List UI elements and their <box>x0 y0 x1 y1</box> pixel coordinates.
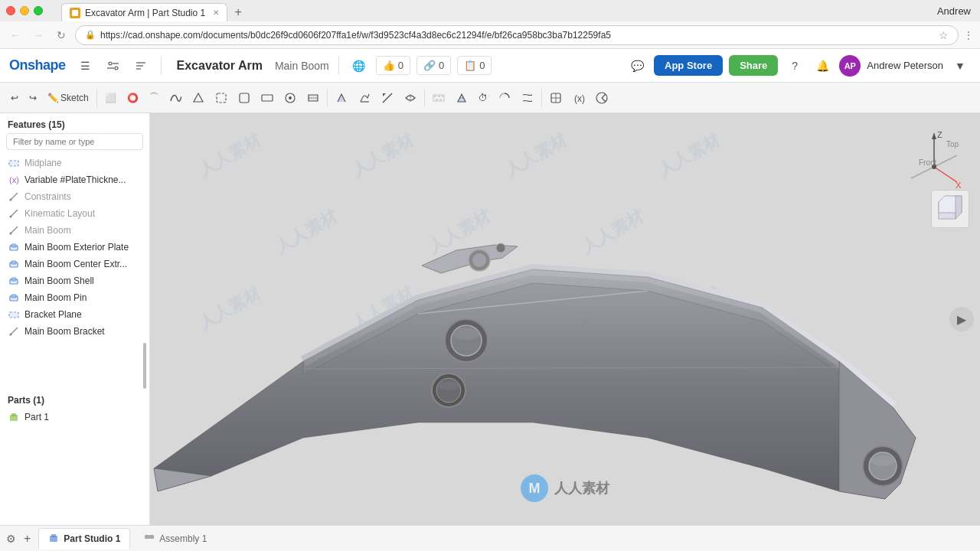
tool-13[interactable] <box>377 86 398 110</box>
cad-toolbar: ↩ ↪ ✏️ Sketch ⬜ ⭕ ⌒ <box>0 83 980 113</box>
tab-assembly[interactable]: Assembly 1 <box>135 528 216 549</box>
svg-rect-41 <box>9 312 18 318</box>
feature-constraints[interactable]: Constraints <box>0 188 149 205</box>
cad-sep-1 <box>96 89 97 107</box>
feature-name: Main Boom Exterior Plate <box>24 242 129 253</box>
settings-button[interactable]: ⚙ <box>6 533 16 545</box>
view-cube[interactable] <box>931 190 969 228</box>
avatar[interactable]: AP <box>839 55 861 77</box>
feature-bracket-plane[interactable]: Bracket Plane <box>0 306 149 323</box>
assembly-icon <box>144 532 155 545</box>
forward-button[interactable]: → <box>29 26 47 44</box>
user-menu-chevron[interactable]: ▼ <box>949 55 971 77</box>
feature-shell[interactable]: Main Boom Shell <box>0 272 149 289</box>
feature-pin[interactable]: Main Boom Pin <box>0 289 149 306</box>
svg-rect-70 <box>51 534 56 537</box>
feature-name: Main Boom Shell <box>24 276 94 286</box>
tool-21[interactable]: (x) <box>568 86 590 110</box>
addressbar-right: ⋮ <box>963 29 974 41</box>
address-bar[interactable]: 🔒 https://cad.onshape.com/documents/b0dc… <box>75 25 959 45</box>
refresh-button[interactable]: ↻ <box>52 26 70 44</box>
svg-point-32 <box>10 233 12 235</box>
globe-button[interactable]: 🌐 <box>348 55 370 77</box>
sidebar-scrollbar[interactable] <box>143 343 146 389</box>
tool-20[interactable] <box>545 86 567 110</box>
sketch-button[interactable]: ✏️ Sketch <box>43 86 93 110</box>
tool-2[interactable]: ⭕ <box>122 86 143 110</box>
minimize-button[interactable] <box>20 6 29 15</box>
chrome-menu-button[interactable]: ⋮ <box>963 29 974 41</box>
tool-18[interactable] <box>494 86 515 110</box>
comment-button[interactable]: 💬 <box>626 55 648 77</box>
cad-sep-4 <box>541 89 542 107</box>
app-store-button[interactable]: App Store <box>654 55 723 76</box>
nav-right-button[interactable]: ▶ <box>949 307 974 331</box>
close-button[interactable] <box>6 6 15 15</box>
params-button[interactable] <box>103 55 124 77</box>
tool-7[interactable] <box>234 86 255 110</box>
tool-12[interactable] <box>354 86 375 110</box>
tab-close-button[interactable]: ✕ <box>213 8 219 17</box>
feature-bracket[interactable]: Main Boom Bracket <box>0 323 149 340</box>
tool-15[interactable] <box>428 86 449 110</box>
tool-19[interactable] <box>517 86 538 110</box>
feature-mainboom-sketch[interactable]: Main Boom <box>0 222 149 239</box>
undo-icon: ↩ <box>11 93 18 103</box>
sketch-label: Sketch <box>60 93 89 103</box>
link-button[interactable]: 🔗 0 <box>416 56 451 75</box>
tool-16[interactable] <box>451 86 472 110</box>
new-tab-button[interactable]: + <box>227 3 249 21</box>
tool-5[interactable] <box>188 86 209 110</box>
viewport[interactable]: 人人素材 人人素材 人人素材 人人素材 人人素材 人人素材 人人素材 人人素材 … <box>150 113 980 525</box>
tool-14[interactable] <box>400 86 421 110</box>
tool-3[interactable]: ⌒ <box>145 86 163 110</box>
part-studio-icon <box>48 533 59 546</box>
tool-6[interactable] <box>211 86 232 110</box>
svg-text:(x): (x) <box>9 175 19 184</box>
feature-kinematic[interactable]: Kinematic Layout <box>0 205 149 222</box>
tool-10[interactable] <box>302 86 324 110</box>
onshape-logo[interactable]: Onshape <box>9 57 66 73</box>
bookmark-icon[interactable]: ☆ <box>939 29 949 41</box>
tool-17[interactable]: ⏱ <box>474 86 492 110</box>
add-tab-button[interactable]: + <box>21 532 34 546</box>
redo-button[interactable]: ↪ <box>24 86 41 110</box>
feature-exterior-plate[interactable]: Main Boom Exterior Plate <box>0 239 149 256</box>
maximize-button[interactable] <box>34 6 43 15</box>
svg-point-48 <box>452 328 480 340</box>
back-button[interactable]: ← <box>6 26 24 44</box>
feature-name: Variable #PlateThickne... <box>24 174 126 185</box>
tool-1[interactable]: ⬜ <box>100 86 121 110</box>
t1-icon: ⬜ <box>105 93 116 103</box>
tool-11[interactable] <box>331 86 352 110</box>
part-studio-tab[interactable]: Main Boom <box>275 60 329 72</box>
tool-8[interactable] <box>256 86 278 110</box>
part-item[interactable]: Part 1 <box>0 409 149 425</box>
t3-icon: ⌒ <box>149 91 158 104</box>
undo-button[interactable]: ↩ <box>6 86 23 110</box>
svg-marker-7 <box>194 93 203 102</box>
tab-part-studio[interactable]: Part Studio 1 <box>38 528 130 549</box>
feature-midplane[interactable]: Midplane <box>0 155 149 171</box>
browser-tab[interactable]: Excavator Arm | Part Studio 1 ✕ <box>61 3 227 21</box>
help-button[interactable]: ? <box>784 55 805 77</box>
copy-button[interactable]: 📋 0 <box>457 56 492 75</box>
notification-button[interactable]: 🔔 <box>812 55 833 77</box>
sort-button[interactable] <box>130 55 152 77</box>
separator-1 <box>161 57 162 75</box>
share-button[interactable]: Share <box>729 55 778 76</box>
sidebar: Features (15) Midplane (x) Variable #Pla… <box>0 113 150 525</box>
tool-9[interactable] <box>279 86 301 110</box>
tool-4[interactable] <box>165 86 186 110</box>
svg-line-65 <box>934 167 957 182</box>
tool-22[interactable] <box>591 86 612 110</box>
feature-variable[interactable]: (x) Variable #PlateThickne... <box>0 171 149 188</box>
feature-center-extrude[interactable]: Main Boom Center Extr... <box>0 256 149 272</box>
filter-input[interactable] <box>6 133 143 150</box>
menu-button[interactable]: ☰ <box>75 55 96 77</box>
like-button[interactable]: 👍 0 <box>376 56 410 75</box>
axis-indicator: Z Front Top X <box>903 129 965 190</box>
part-name: Part 1 <box>24 412 49 422</box>
like-icon: 👍 <box>383 60 395 71</box>
svg-point-0 <box>109 62 112 65</box>
